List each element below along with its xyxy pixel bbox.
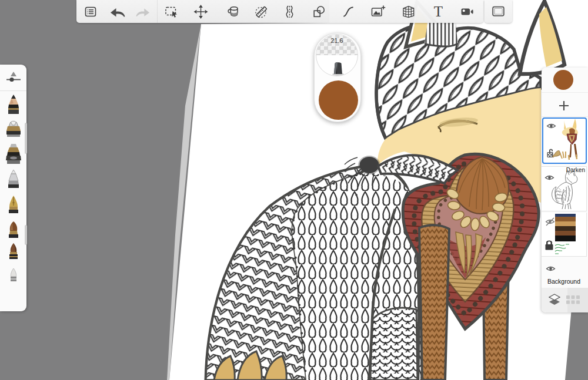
svg-text:T: T xyxy=(434,4,443,19)
